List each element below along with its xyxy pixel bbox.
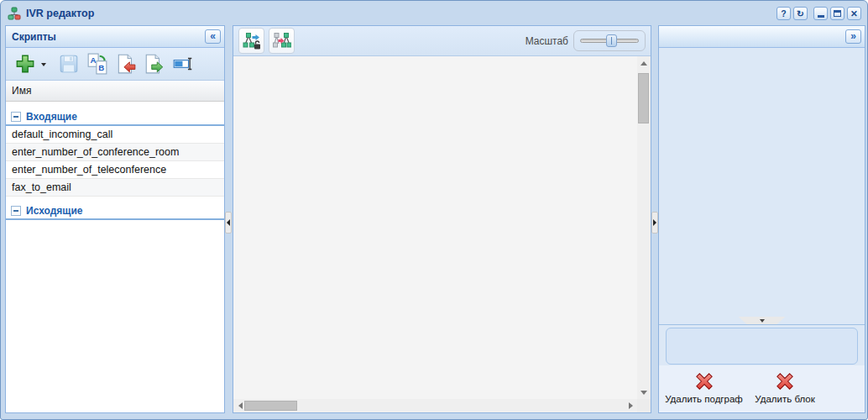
delete-subgraph-button[interactable]: Удалить подграф xyxy=(664,370,744,404)
flowchart-icon xyxy=(8,7,21,20)
collapse-group-icon[interactable] xyxy=(11,206,21,216)
right-splitter[interactable] xyxy=(651,25,658,413)
minimize-icon xyxy=(818,15,824,18)
vertical-scroll-thumb[interactable] xyxy=(638,73,649,123)
svg-text:B: B xyxy=(98,63,104,72)
add-script-button[interactable] xyxy=(13,51,38,76)
close-button[interactable]: ✕ xyxy=(847,7,861,20)
add-script-menu-button[interactable] xyxy=(41,63,46,66)
scroll-up-button[interactable] xyxy=(637,56,651,70)
help-button[interactable]: ? xyxy=(776,7,791,20)
graph-editor-panel: Масштаб xyxy=(233,25,651,413)
add-icon xyxy=(14,53,36,75)
maximize-icon xyxy=(834,10,841,17)
svg-text:A: A xyxy=(91,55,97,65)
zoom-slider-thumb[interactable] xyxy=(606,34,617,47)
scripts-panel-title: Скрипты xyxy=(12,31,56,43)
scrollbar-corner xyxy=(637,399,651,412)
apply-graph-button[interactable] xyxy=(269,28,295,54)
delete-block-button[interactable]: Удалить блок xyxy=(751,370,818,404)
copy-ab-icon: A B xyxy=(86,53,108,75)
delete-cross-icon xyxy=(774,370,796,392)
scroll-down-button[interactable] xyxy=(637,386,651,399)
graph-lock-icon xyxy=(243,32,261,50)
close-icon: ✕ xyxy=(850,8,858,19)
column-header-name[interactable]: Имя xyxy=(6,81,224,102)
chevron-right-icon xyxy=(653,219,656,226)
export-graph-button[interactable] xyxy=(238,28,264,54)
help-icon: ? xyxy=(781,8,786,19)
collapse-left-panel-button[interactable]: « xyxy=(205,29,221,44)
save-script-button[interactable] xyxy=(56,51,81,76)
horizontal-scrollbar[interactable] xyxy=(233,399,637,412)
arrow-left-icon xyxy=(238,402,243,409)
zoom-slider-track[interactable] xyxy=(580,39,639,43)
scripts-list: Входящие default_incoming_call enter_num… xyxy=(6,102,224,412)
collapse-left-handle[interactable] xyxy=(225,212,232,234)
maximize-button[interactable] xyxy=(830,7,844,20)
import-icon xyxy=(115,53,137,75)
zoom-slider[interactable] xyxy=(573,30,646,51)
zoom-label: Масштаб xyxy=(526,35,568,47)
group-outgoing[interactable]: Исходящие xyxy=(6,203,224,220)
duplicate-script-button[interactable]: A B xyxy=(85,51,110,76)
rename-icon xyxy=(172,53,194,75)
expand-right-handle[interactable] xyxy=(651,212,658,234)
scripts-panel-header: Скрипты « xyxy=(6,26,224,48)
horizontal-scroll-thumb[interactable] xyxy=(244,401,297,411)
script-row[interactable]: enter_number_of_conference_room xyxy=(6,144,224,161)
import-script-button[interactable] xyxy=(113,51,139,76)
refresh-button[interactable]: ↻ xyxy=(793,7,808,20)
refresh-icon: ↻ xyxy=(797,8,804,19)
graph-apply-icon xyxy=(273,32,291,50)
zoom-control: Масштаб xyxy=(526,30,646,51)
arrow-up-icon xyxy=(641,61,647,66)
export-icon xyxy=(144,53,165,75)
save-icon xyxy=(58,53,80,75)
graph-canvas[interactable] xyxy=(233,56,651,412)
script-row[interactable]: enter_number_of_teleconference xyxy=(6,161,224,179)
ivr-editor-window: IVR редактор ? ↻ ✕ Скрипты « xyxy=(0,0,868,420)
script-row[interactable]: fax_to_email xyxy=(6,179,224,197)
properties-panel: » Удалить подграф Уд xyxy=(658,25,865,413)
title-bar[interactable]: IVR редактор ? ↻ ✕ xyxy=(3,3,865,24)
rename-script-button[interactable] xyxy=(170,51,196,76)
properties-area xyxy=(659,48,865,324)
delete-cross-icon xyxy=(693,370,715,392)
scripts-panel: Скрипты « A xyxy=(5,25,225,413)
window-title: IVR редактор xyxy=(26,8,94,19)
chevron-down-icon xyxy=(760,319,765,323)
scripts-toolbar: A B xyxy=(6,48,224,81)
block-preview-box xyxy=(666,328,858,365)
minimize-button[interactable] xyxy=(813,7,828,20)
collapse-group-icon[interactable] xyxy=(11,112,21,122)
export-script-button[interactable] xyxy=(142,51,167,76)
arrow-right-icon xyxy=(629,402,633,409)
group-incoming[interactable]: Входящие xyxy=(6,109,224,126)
bottom-section-divider xyxy=(659,324,865,325)
scroll-right-button[interactable] xyxy=(624,399,637,412)
delete-actions-bar: Удалить подграф Удалить блок xyxy=(659,365,865,412)
vertical-scrollbar[interactable] xyxy=(637,56,651,399)
window-tools: ? ↻ ✕ xyxy=(776,7,861,20)
arrow-down-icon xyxy=(641,391,647,395)
script-row[interactable]: default_incoming_call xyxy=(6,126,224,144)
properties-panel-header: » xyxy=(659,26,865,48)
chevron-left-icon xyxy=(227,219,230,226)
left-splitter[interactable] xyxy=(225,25,233,413)
graph-toolbar: Масштаб xyxy=(233,26,651,56)
expand-right-panel-button[interactable]: » xyxy=(845,29,861,44)
